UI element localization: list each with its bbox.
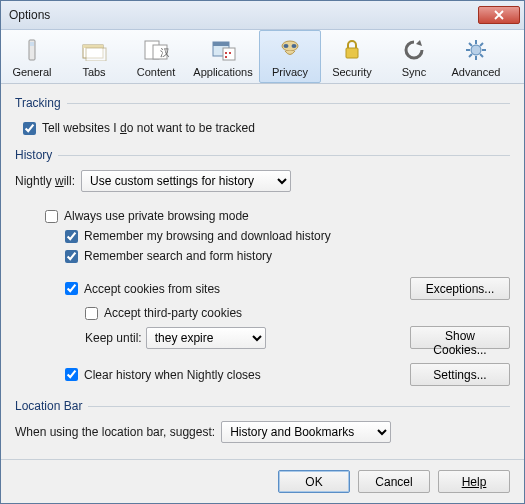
tab-security[interactable]: Security xyxy=(321,30,383,83)
category-toolbar: General Tabs 汉 Content Applications Priv… xyxy=(1,30,524,84)
tab-sync[interactable]: Sync xyxy=(383,30,445,83)
locationbar-section: Location Bar When using the location bar… xyxy=(15,399,510,443)
svg-point-15 xyxy=(284,44,289,48)
dialog-footer: OK Cancel Help xyxy=(1,459,524,503)
general-icon xyxy=(21,36,43,64)
divider xyxy=(88,406,510,407)
tab-privacy[interactable]: Privacy xyxy=(259,30,321,83)
third-party-label: Accept third-party cookies xyxy=(104,306,242,320)
cancel-button[interactable]: Cancel xyxy=(358,470,430,493)
divider xyxy=(67,103,510,104)
history-section: History Nightly will: Use custom setting… xyxy=(15,148,510,389)
sync-icon xyxy=(402,36,426,64)
help-button[interactable]: Help xyxy=(438,470,510,493)
svg-line-26 xyxy=(480,43,483,46)
svg-rect-11 xyxy=(225,52,227,54)
content-icon: 汉 xyxy=(143,36,169,64)
clear-on-close-label: Clear history when Nightly closes xyxy=(84,368,261,382)
svg-rect-9 xyxy=(213,42,229,46)
tabs-icon xyxy=(81,36,107,64)
remember-browsing-label: Remember my browsing and download histor… xyxy=(84,229,331,243)
private-mode-label: Always use private browsing mode xyxy=(64,209,249,223)
suggest-select[interactable]: History and Bookmarks xyxy=(221,421,391,443)
tracking-section: Tracking Tell websites I do not want to … xyxy=(15,96,510,138)
keep-until-label: Keep until: xyxy=(85,331,142,345)
divider xyxy=(58,155,510,156)
remember-search-checkbox[interactable] xyxy=(65,250,78,263)
close-button[interactable] xyxy=(478,6,520,24)
window-title: Options xyxy=(9,8,478,22)
tab-tabs[interactable]: Tabs xyxy=(63,30,125,83)
svg-text:汉: 汉 xyxy=(160,47,169,58)
suggest-label: When using the location bar, suggest: xyxy=(15,425,215,439)
ok-button[interactable]: OK xyxy=(278,470,350,493)
tab-general[interactable]: General xyxy=(1,30,63,83)
svg-rect-12 xyxy=(229,52,231,54)
svg-line-25 xyxy=(469,54,472,57)
history-mode-select[interactable]: Use custom settings for history xyxy=(81,170,291,192)
remember-browsing-checkbox[interactable] xyxy=(65,230,78,243)
donottrack-label: Tell websites I do not want to be tracke… xyxy=(42,121,255,135)
options-window: Options General Tabs 汉 Content Applicati… xyxy=(0,0,525,504)
third-party-checkbox[interactable] xyxy=(85,307,98,320)
svg-point-16 xyxy=(292,44,297,48)
nightly-will-label: Nightly will: xyxy=(15,174,75,188)
titlebar: Options xyxy=(1,1,524,30)
exceptions-button[interactable]: Exceptions... xyxy=(410,277,510,300)
locationbar-legend: Location Bar xyxy=(15,399,82,413)
privacy-panel: Tracking Tell websites I do not want to … xyxy=(1,84,524,459)
tab-content[interactable]: 汉 Content xyxy=(125,30,187,83)
history-legend: History xyxy=(15,148,52,162)
svg-rect-4 xyxy=(86,48,106,61)
accept-cookies-label: Accept cookies from sites xyxy=(84,282,220,296)
private-mode-checkbox[interactable] xyxy=(45,210,58,223)
svg-point-18 xyxy=(471,45,481,55)
security-icon xyxy=(341,36,363,64)
clear-settings-button[interactable]: Settings... xyxy=(410,363,510,386)
applications-icon xyxy=(209,36,237,64)
svg-rect-17 xyxy=(346,48,358,58)
privacy-icon xyxy=(278,36,302,64)
svg-rect-13 xyxy=(225,56,227,58)
keep-until-select[interactable]: they expire xyxy=(146,327,266,349)
remember-search-label: Remember search and form history xyxy=(84,249,272,263)
donottrack-checkbox[interactable] xyxy=(23,122,36,135)
advanced-icon xyxy=(464,36,488,64)
tracking-legend: Tracking xyxy=(15,96,61,110)
close-icon xyxy=(494,10,504,20)
svg-rect-1 xyxy=(30,42,34,46)
tab-applications[interactable]: Applications xyxy=(187,30,259,83)
svg-line-24 xyxy=(480,54,483,57)
clear-on-close-checkbox[interactable] xyxy=(65,368,78,381)
svg-line-23 xyxy=(469,43,472,46)
accept-cookies-checkbox[interactable] xyxy=(65,282,78,295)
tab-advanced[interactable]: Advanced xyxy=(445,30,507,83)
show-cookies-button[interactable]: Show Cookies... xyxy=(410,326,510,349)
